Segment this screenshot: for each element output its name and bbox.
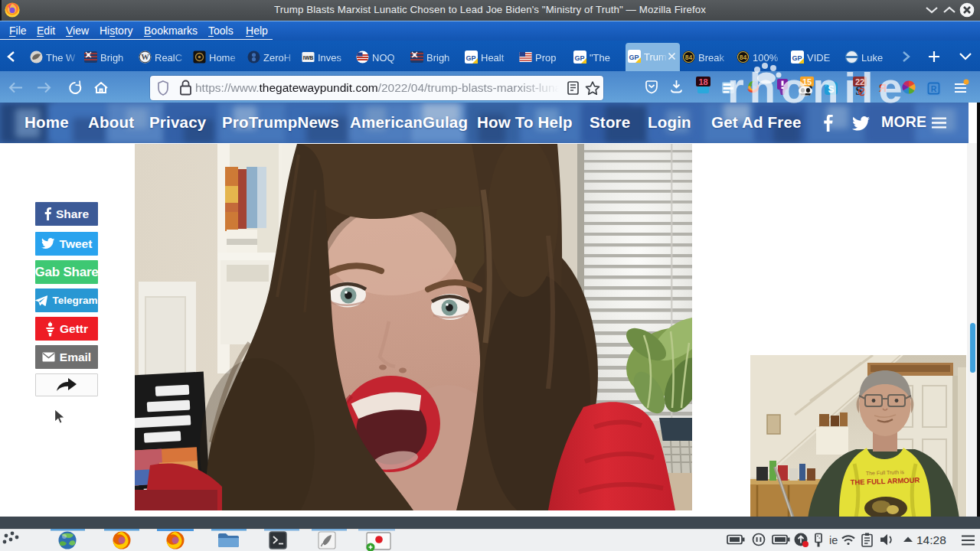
svg-text:W: W bbox=[141, 53, 149, 61]
svg-text:IWB: IWB bbox=[303, 55, 314, 60]
svg-text:ie: ie bbox=[829, 534, 838, 546]
svg-text:18: 18 bbox=[698, 77, 707, 86]
svg-text:R: R bbox=[931, 84, 937, 93]
